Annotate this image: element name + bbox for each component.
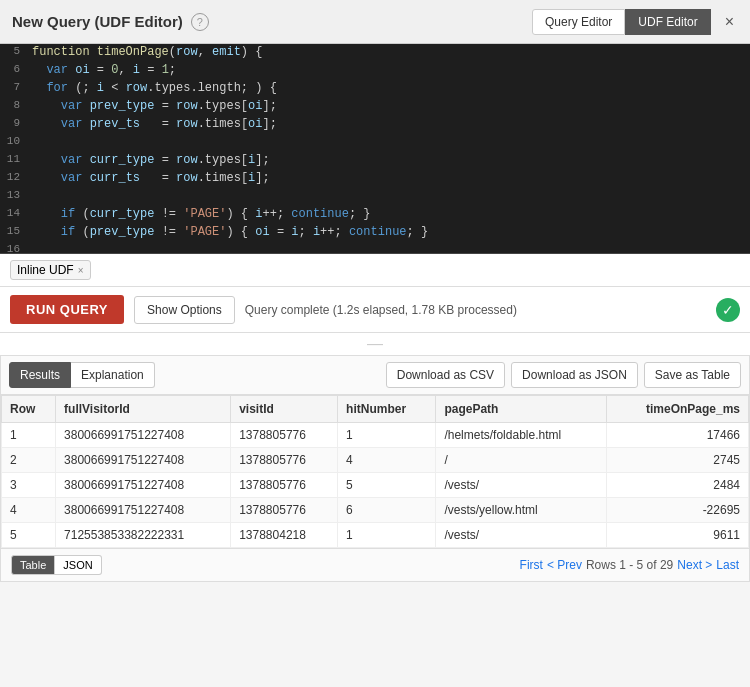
table-cell: /helmets/foldable.html <box>436 423 607 448</box>
toolbar: RUN QUERY Show Options Query complete (1… <box>0 287 750 333</box>
code-line: 13 <box>0 188 750 206</box>
results-toolbar: Results Explanation Download as CSV Down… <box>1 356 749 395</box>
table-cell: 5 <box>2 523 56 548</box>
line-content: var curr_type = row.types[i]; <box>28 152 274 168</box>
line-number: 15 <box>0 224 28 238</box>
line-content: var prev_ts = row.times[oi]; <box>28 116 281 132</box>
table-cell: 380066991751227408 <box>56 423 231 448</box>
table-cell: 17466 <box>607 423 749 448</box>
col-header-timeonpage: timeOnPage_ms <box>607 396 749 423</box>
tab-query-editor[interactable]: Query Editor <box>532 9 625 35</box>
line-number: 11 <box>0 152 28 166</box>
footer-tabs: Table JSON <box>11 555 102 575</box>
page-title: New Query (UDF Editor) <box>12 13 183 30</box>
table-cell: /vests/ <box>436 523 607 548</box>
last-page-link[interactable]: Last <box>716 558 739 572</box>
table-cell: / <box>436 448 607 473</box>
table-cell: 380066991751227408 <box>56 498 231 523</box>
table-cell: 1378805776 <box>231 498 338 523</box>
code-line: 5function timeOnPage(row, emit) { <box>0 44 750 62</box>
code-line: 14 if (curr_type != 'PAGE') { i++; conti… <box>0 206 750 224</box>
line-content: if (prev_type != 'PAGE') { oi = i; i++; … <box>28 224 432 240</box>
line-number: 14 <box>0 206 28 220</box>
tab-udf-editor[interactable]: UDF Editor <box>625 9 710 35</box>
col-header-row: Row <box>2 396 56 423</box>
table-row: 238006699175122740813788057764/2745 <box>2 448 749 473</box>
tab-explanation[interactable]: Explanation <box>71 362 155 388</box>
table-cell: 2745 <box>607 448 749 473</box>
line-content: for (; i < row.types.length; ) { <box>28 80 281 96</box>
table-footer: Table JSON First < Prev Rows 1 - 5 of 29… <box>1 548 749 581</box>
separator: — <box>0 333 750 355</box>
line-content: var prev_type = row.types[oi]; <box>28 98 281 114</box>
line-number: 8 <box>0 98 28 112</box>
prev-page-link[interactable]: < Prev <box>547 558 582 572</box>
table-cell: 3 <box>2 473 56 498</box>
footer-tab-table[interactable]: Table <box>11 555 55 575</box>
code-line: 11 var curr_type = row.types[i]; <box>0 152 750 170</box>
udf-tag-remove[interactable]: × <box>78 265 84 276</box>
line-number: 6 <box>0 62 28 76</box>
line-number: 12 <box>0 170 28 184</box>
tag-bar: Inline UDF × <box>0 254 750 287</box>
tab-results[interactable]: Results <box>9 362 71 388</box>
table-cell: 380066991751227408 <box>56 473 231 498</box>
table-row: 338006699175122740813788057765/vests/248… <box>2 473 749 498</box>
download-csv-button[interactable]: Download as CSV <box>386 362 505 388</box>
save-as-table-button[interactable]: Save as Table <box>644 362 741 388</box>
table-cell: 4 <box>338 448 436 473</box>
line-number: 13 <box>0 188 28 202</box>
table-cell: 1 <box>338 423 436 448</box>
code-line: 16 <box>0 242 750 254</box>
code-line: 10 <box>0 134 750 152</box>
udf-tag-label: Inline UDF <box>17 263 74 277</box>
line-content: var curr_ts = row.times[i]; <box>28 170 274 186</box>
first-page-link[interactable]: First <box>520 558 543 572</box>
download-buttons: Download as CSV Download as JSON Save as… <box>386 362 741 388</box>
code-line: 12 var curr_ts = row.times[i]; <box>0 170 750 188</box>
table-cell: 1378805776 <box>231 423 338 448</box>
line-number: 9 <box>0 116 28 130</box>
table-container: Row fullVisitorId visitId hitNumber page… <box>1 395 749 548</box>
table-cell: 380066991751227408 <box>56 448 231 473</box>
code-line: 7 for (; i < row.types.length; ) { <box>0 80 750 98</box>
header-left: New Query (UDF Editor) ? <box>12 13 209 31</box>
col-header-hitnumber: hitNumber <box>338 396 436 423</box>
code-line: 8 var prev_type = row.types[oi]; <box>0 98 750 116</box>
table-cell: 1 <box>338 523 436 548</box>
table-row: 138006699175122740813788057761/helmets/f… <box>2 423 749 448</box>
table-cell: 1378804218 <box>231 523 338 548</box>
line-number: 7 <box>0 80 28 94</box>
next-page-link[interactable]: Next > <box>677 558 712 572</box>
line-content <box>28 188 36 190</box>
header-tabs: Query Editor UDF Editor × <box>532 9 738 35</box>
table-cell: 1 <box>2 423 56 448</box>
line-content <box>28 134 36 136</box>
table-row: 571255385338222233113788042181/vests/961… <box>2 523 749 548</box>
table-cell: -22695 <box>607 498 749 523</box>
run-query-button[interactable]: RUN QUERY <box>10 295 124 324</box>
table-cell: 5 <box>338 473 436 498</box>
table-cell: /vests/yellow.html <box>436 498 607 523</box>
download-json-button[interactable]: Download as JSON <box>511 362 638 388</box>
table-header-row: Row fullVisitorId visitId hitNumber page… <box>2 396 749 423</box>
udf-tag: Inline UDF × <box>10 260 91 280</box>
col-header-visitid: visitId <box>231 396 338 423</box>
line-content: function timeOnPage(row, emit) { <box>28 44 266 60</box>
table-cell: 2484 <box>607 473 749 498</box>
table-cell: 1378805776 <box>231 473 338 498</box>
col-header-fullvisitorid: fullVisitorId <box>56 396 231 423</box>
close-button[interactable]: × <box>721 13 738 31</box>
results-table: Row fullVisitorId visitId hitNumber page… <box>1 395 749 548</box>
header: New Query (UDF Editor) ? Query Editor UD… <box>0 0 750 44</box>
line-content: if (curr_type != 'PAGE') { i++; continue… <box>28 206 375 222</box>
help-icon[interactable]: ? <box>191 13 209 31</box>
table-cell: /vests/ <box>436 473 607 498</box>
code-line: 15 if (prev_type != 'PAGE') { oi = i; i+… <box>0 224 750 242</box>
table-cell: 9611 <box>607 523 749 548</box>
show-options-button[interactable]: Show Options <box>134 296 235 324</box>
code-editor[interactable]: 5function timeOnPage(row, emit) {6 var o… <box>0 44 750 254</box>
page-info: Rows 1 - 5 of 29 <box>586 558 673 572</box>
footer-tab-json[interactable]: JSON <box>55 555 101 575</box>
query-status: Query complete (1.2s elapsed, 1.78 KB pr… <box>245 303 706 317</box>
